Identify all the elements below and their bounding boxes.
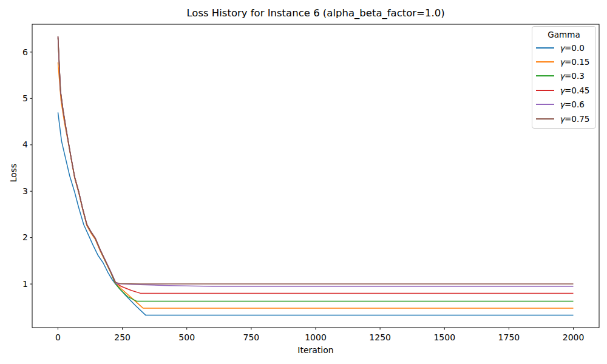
legend: Gamma γ=0.0γ=0.15γ=0.3γ=0.45γ=0.6γ=0.75 — [532, 26, 596, 129]
legend-item-label: γ=0.3 — [560, 71, 585, 81]
x-tick-label: 1750 — [498, 332, 520, 342]
legend-item-label: γ=0.75 — [560, 114, 589, 124]
x-tick-label: 250 — [114, 332, 131, 342]
series-line-3 — [58, 37, 574, 293]
x-tick-label: 750 — [243, 332, 259, 342]
legend-line-swatch — [536, 118, 554, 120]
x-tick-label: 0 — [55, 332, 61, 342]
legend-item-label: γ=0.6 — [560, 99, 585, 109]
chart-title: Loss History for Instance 6 (alpha_beta_… — [32, 7, 599, 19]
legend-item-2: γ=0.3 — [532, 69, 595, 83]
legend-line-swatch — [536, 75, 554, 76]
axes-spines — [32, 24, 599, 328]
legend-line-swatch — [536, 90, 554, 91]
legend-item-0: γ=0.0 — [532, 41, 595, 55]
y-tick-label: 1 — [22, 279, 28, 289]
x-tick-label: 1000 — [305, 332, 327, 342]
plot-area: 025050075010001250150017502000123456 — [0, 0, 607, 364]
legend-item-label: γ=0.15 — [560, 57, 589, 67]
legend-line-swatch — [536, 104, 554, 105]
legend-line-swatch — [536, 47, 554, 49]
y-tick-label: 3 — [22, 186, 28, 196]
series-line-2 — [58, 38, 574, 301]
legend-item-4: γ=0.6 — [532, 98, 595, 112]
series-line-5 — [58, 36, 574, 284]
figure-canvas: 025050075010001250150017502000123456 Los… — [0, 0, 607, 364]
legend-item-1: γ=0.15 — [532, 55, 595, 69]
legend-item-3: γ=0.45 — [532, 83, 595, 97]
legend-item-label: γ=0.45 — [560, 86, 589, 95]
x-tick-label: 1500 — [433, 332, 455, 342]
y-tick-label: 4 — [22, 140, 28, 149]
x-axis-label: Iteration — [32, 345, 599, 355]
legend-items: γ=0.0γ=0.15γ=0.3γ=0.45γ=0.6γ=0.75 — [532, 41, 595, 126]
legend-title: Gamma — [532, 30, 595, 39]
y-axis-label: Loss — [8, 164, 18, 183]
x-tick-label: 500 — [178, 332, 195, 342]
series-line-1 — [58, 62, 574, 308]
legend-item-label: γ=0.0 — [560, 43, 585, 53]
x-tick-label: 2000 — [563, 332, 585, 342]
legend-item-5: γ=0.75 — [532, 112, 595, 126]
y-tick-label: 2 — [22, 232, 28, 242]
x-tick-label: 1250 — [369, 332, 391, 342]
y-tick-label: 5 — [22, 93, 28, 103]
series-line-4 — [58, 37, 574, 286]
y-tick-label: 6 — [22, 47, 28, 57]
legend-line-swatch — [536, 61, 554, 62]
